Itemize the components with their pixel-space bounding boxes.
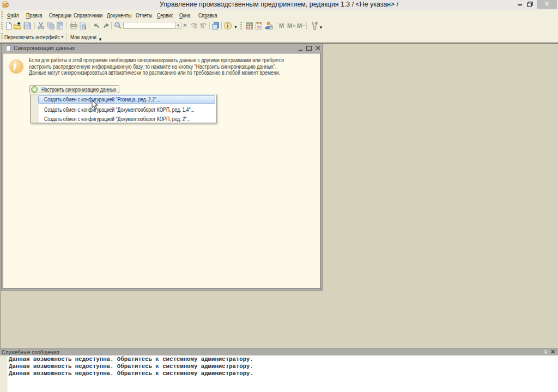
svg-text:31: 31 [257, 25, 261, 29]
